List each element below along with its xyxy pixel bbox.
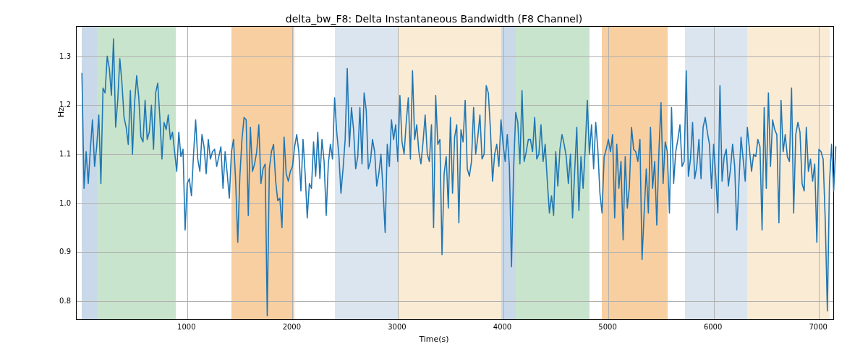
- x-tick-label: 4000: [493, 323, 511, 331]
- y-tick-label: 1.2: [42, 101, 71, 109]
- y-tick-label: 0.9: [42, 248, 71, 256]
- chart-title: delta_bw_F8: Delta Instantaneous Bandwid…: [0, 13, 868, 25]
- y-tick-label: 1.3: [42, 51, 71, 59]
- x-tick-label: 1000: [177, 323, 195, 331]
- y-tick-label: 1.1: [42, 149, 71, 157]
- x-tick-label: 3000: [388, 323, 406, 331]
- y-tick-label: 0.8: [42, 296, 71, 304]
- x-tick-label: 6000: [704, 323, 722, 331]
- chart-axes: [76, 26, 834, 320]
- figure: delta_bw_F8: Delta Instantaneous Bandwid…: [0, 0, 868, 362]
- x-axis-label: Time(s): [0, 334, 868, 344]
- x-tick-label: 7000: [809, 323, 827, 331]
- x-tick-label: 2000: [283, 323, 301, 331]
- y-tick-label: 1.0: [42, 198, 71, 206]
- line-series: [77, 27, 835, 321]
- x-tick-label: 5000: [598, 323, 616, 331]
- y-axis-label: Hz: [56, 18, 66, 206]
